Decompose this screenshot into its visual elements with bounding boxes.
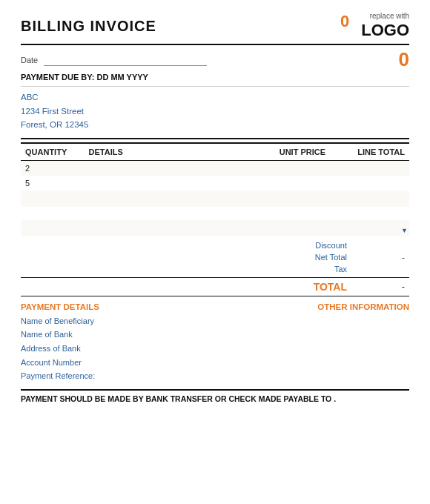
table-divider-top bbox=[21, 138, 409, 139]
header-divider bbox=[21, 44, 409, 45]
net-total-label: Net Total bbox=[294, 253, 360, 262]
table-header-row: QUANTITY DETAILS UNIT PRICE LINE TOTAL bbox=[21, 143, 409, 161]
row1-unit bbox=[227, 160, 330, 176]
address-line3: Forest, OR 12345 bbox=[21, 118, 409, 131]
payment-details-title: PAYMENT DETAILS bbox=[21, 302, 99, 311]
summary-area: Discount Net Total - Tax TOTAL - bbox=[21, 239, 409, 296]
row2-details bbox=[85, 176, 227, 190]
net-total-row: Net Total - bbox=[21, 251, 409, 263]
col-quantity: QUANTITY bbox=[21, 143, 85, 161]
total-label: TOTAL bbox=[294, 281, 360, 293]
row2-total bbox=[330, 176, 409, 190]
row2-qty: 5 bbox=[21, 176, 85, 190]
table-row-spacer bbox=[21, 207, 409, 220]
logo-text: LOGO bbox=[361, 21, 409, 40]
invoice-page: BILLING INVOICE 0 replace with LOGO Date… bbox=[0, 0, 430, 504]
date-row: Date 0 bbox=[21, 48, 409, 71]
address-line2: 1234 First Street bbox=[21, 105, 409, 118]
invoice-num-display: 0 bbox=[399, 48, 409, 71]
discount-row: Discount bbox=[21, 239, 409, 251]
row2-unit bbox=[227, 176, 330, 190]
row1-details bbox=[85, 160, 227, 176]
table-row: 2 bbox=[21, 160, 409, 176]
billing-title: BILLING INVOICE bbox=[21, 18, 156, 35]
total-value: - bbox=[360, 281, 405, 292]
logo-area: replace with LOGO bbox=[361, 12, 409, 40]
footer-bar: PAYMENT SHOULD BE MADE BY BANK TRANSFER … bbox=[21, 389, 409, 403]
total-row: TOTAL - bbox=[21, 277, 409, 296]
bank-name-label: Name of Bank bbox=[21, 328, 99, 342]
beneficiary-label: Name of Beneficiary bbox=[21, 314, 99, 328]
footer-text: PAYMENT SHOULD BE MADE BY BANK TRANSFER … bbox=[21, 394, 336, 403]
other-info-title: OTHER INFORMATION bbox=[317, 302, 409, 311]
address-line1: ABC bbox=[21, 90, 409, 104]
date-section: Date bbox=[21, 54, 207, 66]
bank-address-label: Address of Bank bbox=[21, 342, 99, 356]
payment-left: PAYMENT DETAILS Name of Beneficiary Name… bbox=[21, 302, 99, 383]
payment-ref-label: Payment Reference: bbox=[21, 369, 99, 383]
invoice-number-top: 0 bbox=[340, 12, 349, 31]
date-label: Date bbox=[21, 56, 38, 64]
table-row-empty bbox=[21, 190, 409, 207]
table-row-extra: ▼ bbox=[21, 220, 409, 236]
address-block: ABC 1234 First Street Forest, OR 12345 bbox=[21, 90, 409, 131]
logo-replace-text: replace with bbox=[361, 12, 409, 21]
discount-label: Discount bbox=[294, 241, 360, 250]
header-top-row: BILLING INVOICE 0 replace with LOGO bbox=[21, 12, 409, 40]
row1-qty: 2 bbox=[21, 160, 85, 176]
header-right: 0 replace with LOGO bbox=[340, 12, 409, 40]
account-number-label: Account Number bbox=[21, 356, 99, 370]
col-line-total: LINE TOTAL bbox=[330, 143, 409, 161]
tax-label: Tax bbox=[294, 265, 360, 273]
tax-row: Tax bbox=[21, 263, 409, 275]
col-unit-price: UNIT PRICE bbox=[227, 143, 330, 161]
payment-due-label: PAYMENT DUE BY: DD MM YYYY bbox=[21, 73, 409, 82]
table-row: 5 bbox=[21, 176, 409, 190]
col-details: DETAILS bbox=[85, 143, 227, 161]
address-divider-top bbox=[21, 86, 409, 87]
other-information: OTHER INFORMATION bbox=[317, 302, 409, 314]
row1-total bbox=[330, 160, 409, 176]
net-total-value: - bbox=[360, 253, 405, 262]
invoice-table: QUANTITY DETAILS UNIT PRICE LINE TOTAL 2… bbox=[21, 142, 409, 236]
payment-section: PAYMENT DETAILS Name of Beneficiary Name… bbox=[21, 302, 409, 383]
date-underline bbox=[44, 54, 207, 66]
